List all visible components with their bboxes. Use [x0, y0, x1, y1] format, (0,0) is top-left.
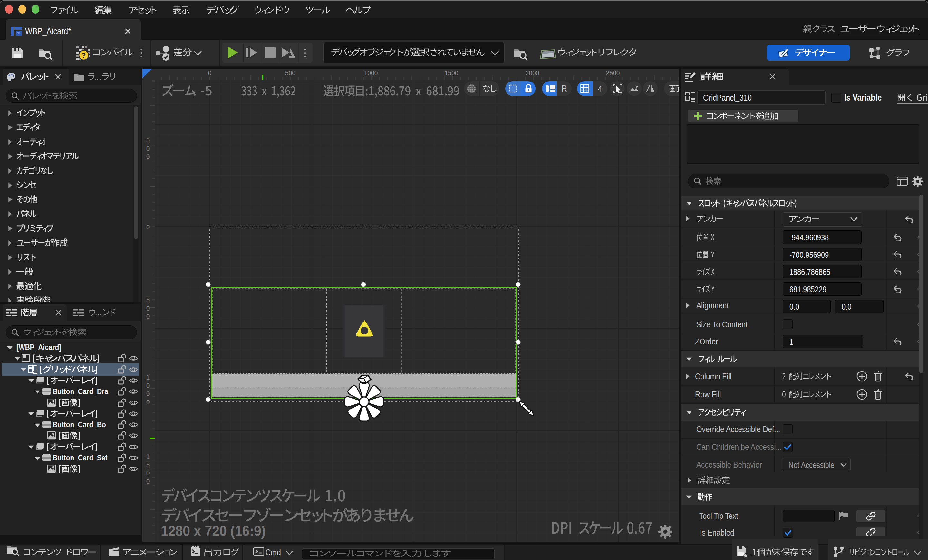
- svg-text:?: ?: [82, 52, 86, 59]
